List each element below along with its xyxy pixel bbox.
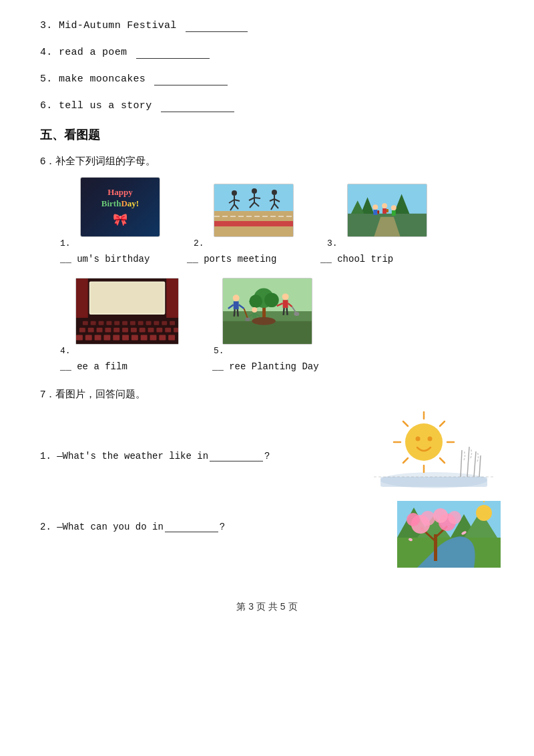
svg-rect-95 xyxy=(282,300,288,308)
cinema-svg xyxy=(76,278,178,345)
item-5-text: make mooncakes xyxy=(59,73,146,85)
q7-q1-blank xyxy=(210,450,263,461)
svg-rect-70 xyxy=(103,335,110,341)
img-5-num: 5. xyxy=(214,346,224,356)
item-4: 4. read a poem xyxy=(40,47,494,59)
svg-rect-42 xyxy=(90,283,164,313)
svg-point-84 xyxy=(264,293,279,307)
svg-rect-34 xyxy=(392,210,396,216)
spring-image-container xyxy=(397,501,494,561)
svg-rect-32 xyxy=(382,208,386,214)
svg-point-124 xyxy=(428,437,433,441)
svg-point-130 xyxy=(476,505,492,521)
svg-rect-53 xyxy=(162,321,167,325)
img-4-num: 4. xyxy=(60,346,71,356)
sports-svg xyxy=(214,184,294,237)
svg-point-94 xyxy=(282,293,288,300)
svg-rect-58 xyxy=(105,328,111,333)
svg-rect-49 xyxy=(129,321,135,325)
q7-q2-suffix: ? xyxy=(220,522,225,532)
school-trip-image xyxy=(347,184,427,237)
caption-5: __ ree Planting Day xyxy=(200,360,334,372)
svg-point-85 xyxy=(252,317,275,325)
caption-2: __ ports meeting xyxy=(180,252,314,264)
sun-weather-svg xyxy=(374,410,494,490)
svg-line-98 xyxy=(283,308,284,315)
svg-rect-35 xyxy=(377,210,379,214)
q7-q2-container: 2. —What can you do in ? xyxy=(40,501,494,561)
caption-row-1: __ um's birthday __ ports meeting __ cho… xyxy=(60,252,494,264)
svg-point-102 xyxy=(252,307,257,313)
item-3: 3. Mid-Autumn Festival xyxy=(40,20,494,32)
svg-rect-60 xyxy=(122,328,128,333)
img-1-num: 1. xyxy=(60,238,71,248)
q7-q1-suffix: ? xyxy=(264,451,270,461)
svg-rect-61 xyxy=(130,328,136,333)
img-3-num: 3. xyxy=(327,238,338,248)
blank-1: __ um's birthday xyxy=(60,254,150,264)
item-3-number: 3. xyxy=(40,20,53,31)
svg-rect-103 xyxy=(252,313,256,318)
image-cell-1: Happy BirthDay! 🎀 1. xyxy=(60,177,180,248)
image-row-1: Happy BirthDay! 🎀 1. xyxy=(60,177,494,248)
svg-rect-66 xyxy=(174,328,178,333)
svg-rect-2 xyxy=(214,221,294,226)
svg-rect-73 xyxy=(131,335,138,341)
item-5: 5. make mooncakes xyxy=(40,73,494,85)
img-2-num: 2. xyxy=(194,238,204,248)
q7-q1-container: 1. —What's the weather like in ? xyxy=(40,410,494,490)
footer-text: 第 3 页 共 5 页 xyxy=(236,601,297,612)
svg-rect-52 xyxy=(154,321,159,325)
svg-point-101 xyxy=(294,312,299,316)
q7-q2-blank xyxy=(165,521,218,532)
item-5-number: 5. xyxy=(40,73,53,85)
svg-line-14 xyxy=(254,198,260,198)
item-5-blank xyxy=(154,73,228,85)
svg-rect-62 xyxy=(139,328,145,333)
ribbon-icon: 🎀 xyxy=(113,212,127,227)
svg-rect-40 xyxy=(166,278,178,318)
svg-rect-36 xyxy=(386,209,388,212)
svg-rect-46 xyxy=(106,321,111,325)
page-footer: 第 3 页 共 5 页 xyxy=(40,601,494,613)
svg-point-86 xyxy=(232,295,239,301)
svg-point-17 xyxy=(272,190,277,195)
svg-point-29 xyxy=(372,204,378,210)
svg-rect-54 xyxy=(170,321,175,325)
svg-rect-55 xyxy=(79,328,85,333)
svg-line-91 xyxy=(237,309,238,317)
svg-rect-56 xyxy=(87,328,93,333)
q7-label: 7．看图片，回答问题。 xyxy=(40,388,494,401)
svg-point-31 xyxy=(382,203,387,208)
item-6-text: tell us a story xyxy=(59,100,152,112)
svg-rect-63 xyxy=(148,328,154,333)
caption-row-2: __ ee a film __ ree Planting Day xyxy=(60,360,494,372)
svg-rect-45 xyxy=(98,321,103,325)
svg-point-137 xyxy=(407,513,420,526)
plant-image xyxy=(222,278,312,345)
svg-rect-69 xyxy=(94,335,101,341)
caption-1: __ um's birthday xyxy=(60,252,180,264)
image-row-2: 4. xyxy=(60,278,494,356)
svg-rect-50 xyxy=(138,321,143,325)
q7-q2-text: 2. —What can you do in ? xyxy=(40,501,397,532)
blank-5: __ ree Planting Day xyxy=(212,361,319,372)
svg-rect-87 xyxy=(233,301,238,309)
blank-4: __ ee a film xyxy=(60,361,127,372)
svg-rect-44 xyxy=(90,321,95,325)
svg-rect-108 xyxy=(380,477,487,487)
svg-rect-47 xyxy=(114,321,119,325)
svg-line-90 xyxy=(234,309,234,317)
svg-rect-77 xyxy=(168,335,175,341)
item-4-text: read a poem xyxy=(59,47,127,58)
svg-rect-30 xyxy=(373,210,377,215)
q7-q2-prefix: 2. —What can you do in xyxy=(40,522,164,532)
item-6: 6. tell us a story xyxy=(40,100,494,112)
svg-point-123 xyxy=(416,437,421,441)
svg-rect-39 xyxy=(76,278,88,318)
svg-rect-75 xyxy=(150,335,156,341)
svg-rect-64 xyxy=(156,328,162,333)
spring-svg xyxy=(397,501,501,568)
svg-point-122 xyxy=(405,423,443,461)
caption-4: __ ee a film xyxy=(60,360,200,372)
